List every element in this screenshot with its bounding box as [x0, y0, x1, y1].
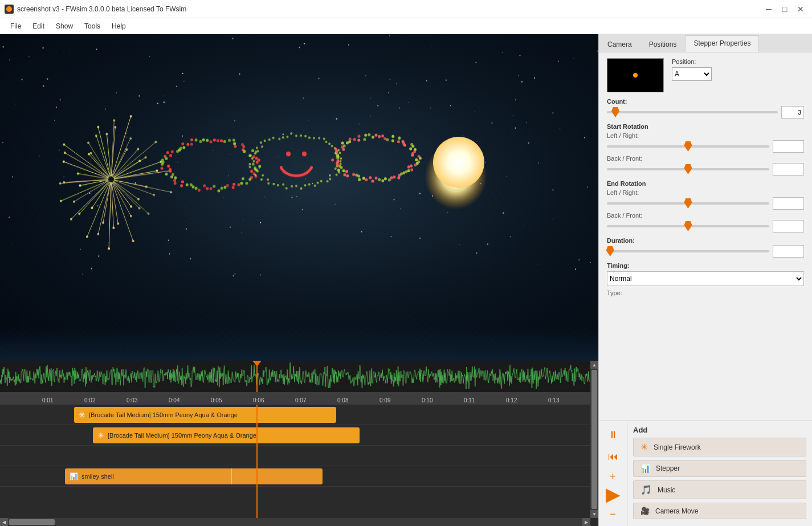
add-track-button[interactable]: +: [606, 469, 621, 484]
stepper-props-content: Position: ABCD Count:: [599, 52, 812, 302]
duration-slider-container[interactable]: [607, 246, 769, 257]
lr-value-2[interactable]: 0,00°: [773, 197, 804, 210]
titlebar-controls[interactable]: ─ □ ✕: [762, 3, 807, 15]
left-content: 0:010:020:030:040:050:060:070:080:090:10…: [0, 34, 598, 526]
position-label: Position:: [672, 58, 712, 65]
add-single-firework-button[interactable]: ✳ Single Firework: [633, 438, 806, 456]
titlebar: screenshot v3 - FWsim 3.0.0.0 beta Licen…: [0, 0, 812, 18]
menu-tools[interactable]: Tools: [79, 20, 106, 32]
hscroll-thumb[interactable]: [9, 519, 55, 525]
vscroll-up-arrow[interactable]: ▲: [590, 361, 598, 369]
add-panel: Add ✳ Single Firework 📊 Stepper 🎵 Music: [627, 421, 812, 526]
bf-thumb-2[interactable]: [684, 221, 692, 231]
titlebar-left: screenshot v3 - FWsim 3.0.0.0 beta Licen…: [5, 5, 186, 14]
timing-label: Timing:: [607, 262, 804, 269]
menu-help[interactable]: Help: [106, 20, 132, 32]
bf-slider-1-row: 0,00°: [607, 163, 804, 176]
lr-label-2: Left / Right:: [607, 189, 804, 196]
lr-thumb-2[interactable]: [684, 198, 692, 209]
transport-controls: ⏸ ⏮ + −: [599, 421, 627, 526]
bf-track-1: [607, 168, 769, 170]
lr-slider-1-row: 0,00°: [607, 140, 804, 153]
time-tick-8: 0:09: [380, 397, 390, 403]
position-select[interactable]: ABCD: [672, 67, 712, 81]
tab-positions[interactable]: Positions: [640, 36, 685, 52]
bf-slider-2-row: 0,00°: [607, 220, 804, 233]
duration-slider-row: 0,00s: [607, 245, 804, 258]
play-arrow-button[interactable]: [606, 488, 621, 503]
menu-show[interactable]: Show: [50, 20, 79, 32]
lr-slider-1-container[interactable]: [607, 141, 769, 152]
count-input[interactable]: 3: [781, 106, 804, 119]
playhead-waveform[interactable]: [256, 361, 258, 392]
lr-slider-2-container[interactable]: [607, 198, 769, 209]
bf-value-1[interactable]: 0,00°: [773, 163, 804, 176]
bf-slider-1-container[interactable]: [607, 164, 769, 175]
lr-track-1: [607, 145, 769, 148]
vscroll-thumb[interactable]: [591, 370, 597, 509]
lr-value-1[interactable]: 0,00°: [773, 140, 804, 153]
add-camera-move-button[interactable]: 🎥 Camera Move: [633, 503, 806, 519]
timeline-vscroll[interactable]: ▲ ▼: [590, 361, 598, 518]
position-selector: Position: ABCD: [672, 58, 712, 81]
viewport[interactable]: [0, 34, 598, 361]
playhead-timeline[interactable]: [256, 405, 258, 518]
app-icon: [5, 5, 14, 14]
track-row-2: ✳ [Brocade Tail Medium] 150mm Peony Aqua…: [0, 425, 590, 446]
bottom-panel-row: ⏸ ⏮ + − Add ✳ Single Firework 📊 Stepp: [599, 421, 812, 526]
menu-edit[interactable]: Edit: [27, 20, 50, 32]
app: screenshot v3 - FWsim 3.0.0.0 beta Licen…: [0, 0, 812, 526]
tab-camera[interactable]: Camera: [599, 36, 640, 52]
timing-select[interactable]: Normal EaseIn EaseOut EaseInOut: [607, 271, 804, 286]
duration-thumb[interactable]: [606, 246, 614, 256]
stepper-preview: [607, 58, 664, 92]
remove-track-button[interactable]: −: [606, 507, 621, 521]
track-clip-1[interactable]: ✳ [Brocade Tail Medium] 150mm Peony Aqua…: [74, 407, 336, 423]
add-music-button[interactable]: 🎵 Music: [633, 480, 806, 499]
bf-thumb-1[interactable]: [684, 164, 692, 174]
panel-top: Camera Positions Stepper Properties Posi…: [599, 34, 812, 421]
panel-tabs: Camera Positions Stepper Properties: [599, 34, 812, 52]
clip-icon-1: ✳: [79, 410, 85, 419]
duration-value[interactable]: 0,00s: [773, 245, 804, 258]
preview-position-row: Position: ABCD: [607, 58, 804, 92]
clip-label-3: smiley shell: [81, 473, 114, 480]
panel-right: Camera Positions Stepper Properties Posi…: [598, 34, 812, 526]
stepper-label: Stepper: [656, 464, 680, 472]
svg-point-0: [6, 6, 12, 12]
track-clip-3[interactable]: 📊 smiley shell: [65, 468, 323, 484]
camera-move-label: Camera Move: [655, 507, 698, 515]
minimize-button[interactable]: ─: [762, 3, 776, 15]
time-tick-1: 0:02: [84, 397, 95, 403]
menubar: File Edit Show Tools Help: [0, 18, 812, 34]
add-stepper-button[interactable]: 📊 Stepper: [633, 460, 806, 477]
lr-track-2: [607, 202, 769, 205]
track-clip-2[interactable]: ✳ [Brocade Tail Medium] 150mm Peony Aqua…: [93, 427, 360, 443]
horizon: [0, 327, 598, 361]
vscroll-down-arrow[interactable]: ▼: [590, 510, 598, 518]
bf-value-2[interactable]: 0,00°: [773, 220, 804, 233]
bf-label-2: Back / Front:: [607, 212, 804, 219]
content: 0:010:020:030:040:050:060:070:080:090:10…: [0, 34, 812, 526]
close-button[interactable]: ✕: [794, 3, 807, 15]
count-slider-container[interactable]: [607, 107, 778, 118]
lr-slider-2-row: 0,00°: [607, 197, 804, 210]
hscroll-right-arrow[interactable]: ▶: [582, 518, 590, 526]
bf-slider-2-container[interactable]: [607, 221, 769, 232]
start-rotation-label: Start Rotation: [607, 123, 804, 130]
maximize-button[interactable]: □: [778, 3, 791, 15]
waveform-canvas: [0, 361, 590, 392]
count-slider-thumb[interactable]: [611, 107, 619, 117]
timeline-hscroll[interactable]: ◀ ▶: [0, 518, 590, 526]
hscroll-left-arrow[interactable]: ◀: [0, 518, 8, 526]
lr-thumb-1[interactable]: [684, 141, 692, 152]
window-title: screenshot v3 - FWsim 3.0.0.0 beta Licen…: [17, 5, 186, 13]
tab-stepper-properties[interactable]: Stepper Properties: [685, 35, 759, 52]
time-tick-6: 0:07: [295, 397, 306, 403]
time-tick-10: 0:11: [464, 397, 475, 403]
tracks-container: ✳ [Brocade Tail Medium] 150mm Peony Aqua…: [0, 405, 590, 518]
menu-file[interactable]: File: [5, 20, 27, 32]
rewind-button[interactable]: ⏮: [604, 447, 622, 466]
moon: [433, 137, 484, 188]
pause-button[interactable]: ⏸: [604, 426, 622, 444]
